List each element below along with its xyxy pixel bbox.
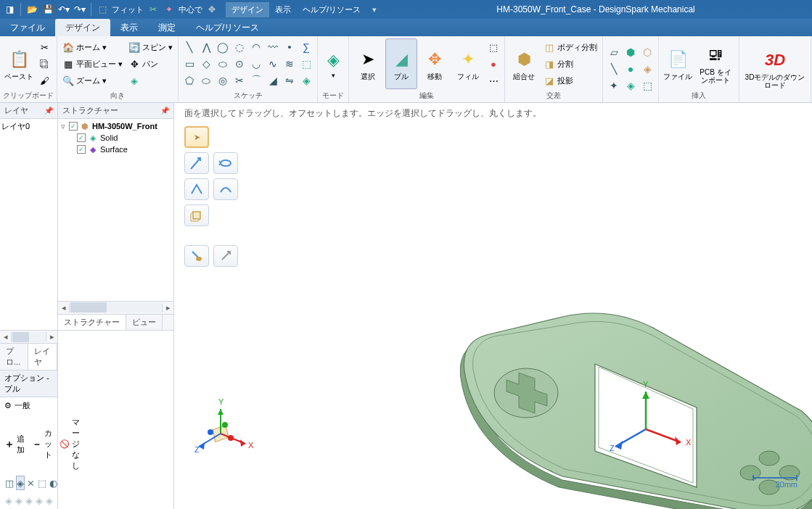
copy-button[interactable]: ⿻ (36, 56, 52, 72)
tool-scale[interactable] (213, 178, 238, 200)
optico-2[interactable]: ◈ (16, 476, 25, 490)
viewport[interactable]: 面を選択してドラッグし、オフセットします。エッジを選択してドラッグし、丸くします… (174, 103, 812, 509)
ins-origin-icon[interactable]: ✦ (606, 78, 622, 94)
tree-surface[interactable]: ✓ ◆ Surface (60, 144, 172, 155)
dim-icon[interactable]: ⬚ (298, 56, 314, 72)
qat-dropdown-icon[interactable]: ▾ (372, 5, 377, 15)
tool-select[interactable]: ➤ (184, 126, 209, 148)
circle3-icon[interactable]: ◌ (231, 39, 247, 55)
opt-cut[interactable]: －カット (32, 428, 52, 460)
opt-add[interactable]: ＋追加 (4, 434, 25, 455)
project-button[interactable]: ◪投影 (541, 73, 599, 88)
curve-icon[interactable]: ∿ (265, 56, 281, 72)
tool-upto[interactable] (184, 204, 209, 226)
menu-design[interactable]: デザイン (55, 19, 110, 36)
optico-3[interactable]: ⨯ (26, 476, 36, 490)
tree-root[interactable]: ▿ ✓ ⬢ HM-3050W_Front (60, 120, 172, 132)
paste-button[interactable]: 📋 ペースト (3, 38, 35, 89)
ins-sphere-icon[interactable]: ● (623, 61, 639, 77)
ins-part-icon[interactable]: ◈ (639, 61, 655, 77)
menu-help[interactable]: ヘルプ/リソース (186, 19, 269, 36)
ellipse-icon[interactable]: ⬭ (215, 56, 231, 72)
checkbox-icon[interactable]: ✓ (77, 133, 86, 142)
optico-1[interactable]: ◫ (4, 476, 15, 490)
mirror-icon[interactable]: ⇋ (282, 73, 298, 88)
zoom-button[interactable]: 🔍ズーム ▾ (60, 73, 125, 88)
cut-button[interactable]: ✂ (36, 39, 52, 55)
menu-view[interactable]: 表示 (110, 19, 148, 36)
checkbox-icon[interactable]: ✓ (69, 122, 78, 131)
tool-ruled[interactable] (184, 245, 209, 267)
tool-full[interactable] (213, 245, 238, 267)
menu-file[interactable]: ファイル (0, 19, 55, 36)
tool-draft[interactable] (184, 178, 209, 200)
tool-revolve[interactable] (184, 152, 209, 174)
ins-axis-icon[interactable]: ╲ (606, 61, 622, 77)
line-icon[interactable]: ╲ (181, 39, 197, 55)
offset-icon[interactable]: ◎ (215, 73, 231, 88)
pull-button[interactable]: ◢プル (385, 38, 417, 89)
bodysplit-button[interactable]: ◫ボディ分割 (541, 39, 599, 55)
edit-extra3[interactable]: ⋯ (485, 73, 501, 88)
optico-5[interactable]: ◐ (49, 476, 58, 490)
collapse-icon[interactable]: ▿ (60, 122, 67, 131)
qat-tab-view[interactable]: 表示 (269, 2, 297, 17)
fit-icon[interactable]: ⬚ (96, 3, 109, 16)
combine-button[interactable]: ⬢組合せ (508, 38, 540, 89)
pan-button[interactable]: ✥パン (126, 56, 175, 72)
mode-button[interactable]: ◈ ▾ (321, 38, 345, 89)
format-button[interactable]: 🖌 (36, 73, 52, 88)
spin-button[interactable]: 🔄スピン ▾ (126, 39, 175, 55)
ins-cube-icon[interactable]: ◈ (623, 78, 639, 94)
redo-icon[interactable]: ↷▾ (73, 3, 86, 16)
select-button[interactable]: ➤選択 (352, 38, 384, 89)
open-icon[interactable]: 📂 (25, 3, 38, 16)
tab-properties[interactable]: プロ... (0, 344, 28, 370)
move-qat-icon[interactable]: ✥ (205, 3, 218, 16)
qat-fit-label[interactable]: フィット (112, 4, 144, 15)
qat-center-label[interactable]: 中心で (179, 4, 202, 15)
construction-icon[interactable]: ◈ (298, 73, 314, 88)
arc-icon[interactable]: ◠ (248, 39, 264, 55)
split-button[interactable]: ◨分割 (541, 56, 599, 72)
poly-icon[interactable]: ⬠ (181, 73, 197, 88)
nav-triad[interactable]: X Y Z (193, 396, 258, 461)
edit-extra1[interactable]: ⬚ (485, 39, 501, 55)
tab-layers[interactable]: レイヤ (28, 344, 57, 370)
chamfer-icon[interactable]: ◢ (265, 73, 281, 88)
save-icon[interactable]: 💾 (41, 3, 54, 16)
text-icon[interactable]: ≋ (282, 56, 298, 72)
ins-cyl-icon[interactable]: ⬢ (623, 44, 639, 60)
edit-extra2[interactable]: ● (485, 56, 501, 72)
rect-icon[interactable]: ▭ (181, 56, 197, 72)
tab-structure[interactable]: ストラクチャー (58, 315, 126, 330)
tangent-icon[interactable]: ⊙ (231, 56, 247, 72)
tab-views[interactable]: ビュー (126, 315, 163, 330)
formula-icon[interactable]: ∑ (298, 39, 314, 55)
qat-tab-design[interactable]: デザイン (226, 2, 269, 17)
home-view-button[interactable]: 🏠ホーム ▾ (60, 39, 125, 55)
download-3d-button[interactable]: 3D3Dモデルのダウンロード (742, 44, 808, 94)
layer-item[interactable]: レイヤ0 (1, 120, 56, 133)
pcb-import-button[interactable]: 🖳PCB をインポート (695, 38, 736, 89)
spline-icon[interactable]: 〰 (265, 39, 281, 55)
checkbox-icon[interactable]: ✓ (77, 145, 86, 154)
move-button[interactable]: ✥移動 (419, 38, 451, 89)
optico-4[interactable]: ⬚ (37, 476, 47, 490)
tool-sweep[interactable] (213, 152, 238, 174)
ins-assy-icon[interactable]: ⬡ (639, 44, 655, 60)
undo-icon[interactable]: ↶▾ (57, 3, 70, 16)
ins-plane-icon[interactable]: ▱ (606, 44, 622, 60)
menu-measure[interactable]: 測定 (148, 19, 186, 36)
rect3-icon[interactable]: ◇ (198, 56, 214, 72)
polyline-icon[interactable]: ⋀ (198, 39, 214, 55)
tree-solid[interactable]: ✓ ◈ Solid (60, 132, 172, 144)
pin-icon[interactable]: 📌 (160, 107, 169, 115)
orient-more-button[interactable]: ◈ (126, 73, 175, 88)
fillet-icon[interactable]: ⌒ (248, 73, 264, 88)
plan-view-button[interactable]: ▦平面ビュー ▾ (60, 56, 125, 72)
layer-hscroll[interactable]: ◂▸ (0, 330, 57, 343)
options-general-row[interactable]: ⚙一般 (0, 397, 57, 414)
trim-icon[interactable]: ✂ (147, 3, 160, 16)
arc3-icon[interactable]: ◡ (248, 56, 264, 72)
